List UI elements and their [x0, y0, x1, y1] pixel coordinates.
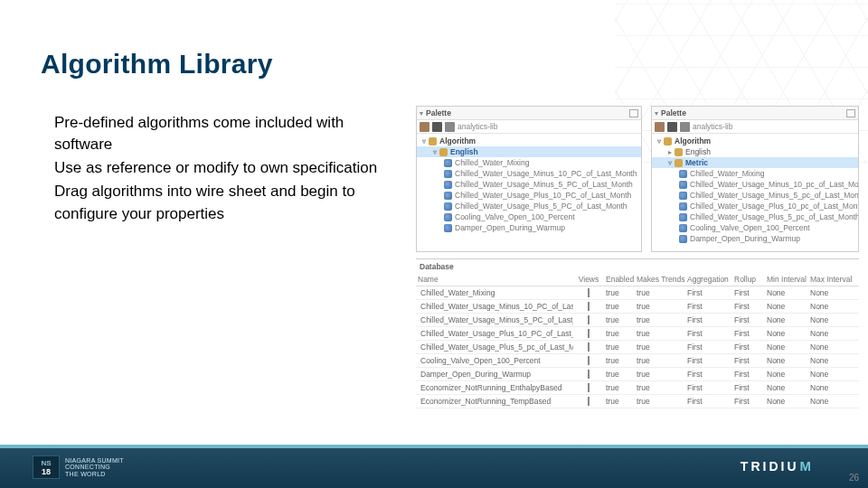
- col-makes-trends[interactable]: Makes Trends: [635, 275, 685, 284]
- tree-item[interactable]: Chilled_Water_Usage_Plus_10_PC_of_Last_M…: [417, 190, 641, 201]
- col-aggregation[interactable]: Aggregation: [685, 275, 732, 284]
- col-enabled[interactable]: Enabled: [604, 275, 635, 284]
- views-icon[interactable]: [588, 302, 590, 311]
- bullet-3: Drag algorithms into wire sheet and begi…: [54, 181, 389, 224]
- tree-item[interactable]: Chilled_Water_Mixing: [417, 157, 641, 168]
- palette-tree: ▿Algorithm ▸English ▿Metric Chilled_Wate…: [652, 134, 858, 246]
- table-row[interactable]: Chilled_Water_Usage_Minus_5_PC_of_Last_M…: [416, 314, 859, 327]
- col-rollup[interactable]: Rollup: [732, 275, 765, 284]
- tree-item[interactable]: Cooling_Valve_Open_100_Percent: [417, 211, 641, 222]
- col-max-interval[interactable]: Max Interval: [808, 275, 854, 284]
- close-icon[interactable]: [667, 122, 677, 132]
- views-icon[interactable]: [588, 329, 590, 338]
- views-icon[interactable]: [588, 343, 590, 352]
- folder-icon[interactable]: [655, 122, 665, 132]
- tree-item[interactable]: Chilled_Water_Usage_Minus_10_pc_of_Last_…: [652, 179, 858, 190]
- tree-group-english[interactable]: ▿English: [417, 146, 641, 157]
- col-views[interactable]: Views: [573, 275, 604, 284]
- tree-item[interactable]: Chilled_Water_Usage_Plus_5_pc_of_Last_Mo…: [652, 211, 858, 222]
- module-icon: [680, 122, 690, 132]
- table-row[interactable]: Chilled_Water_MixingtruetrueFirstFirstNo…: [416, 286, 859, 300]
- panel-badge-icon[interactable]: [846, 109, 855, 117]
- bullet-2: Use as reference or modify to own specif…: [54, 157, 389, 179]
- tree-item[interactable]: Chilled_Water_Usage_Minus_10_PC_of_Last_…: [417, 168, 641, 179]
- bullet-1: Pre-defined algorithms come included wit…: [54, 112, 389, 155]
- table-row[interactable]: Damper_Open_During_WarmuptruetrueFirstFi…: [416, 368, 859, 381]
- tree-group-metric[interactable]: ▿Metric: [652, 157, 858, 168]
- table-row[interactable]: Chilled_Water_Usage_Plus_5_pc_of_Last_Mo…: [416, 341, 859, 354]
- palette-header[interactable]: ▾ Palette: [652, 107, 858, 120]
- tree-item[interactable]: Cooling_Valve_Open_100_Percent: [652, 222, 858, 233]
- palette-title: Palette: [661, 108, 686, 117]
- table-row[interactable]: Cooling_Valve_Open_100_PercenttruetrueFi…: [416, 354, 859, 368]
- views-icon[interactable]: [588, 397, 590, 406]
- palette-panel-left: ▾ Palette analytics-lib ▿Algorithm ▿Engl…: [416, 106, 642, 252]
- library-name: analytics-lib: [693, 122, 732, 131]
- tridium-logo: TRIDIUM: [741, 458, 814, 474]
- palette-panel-right: ▾ Palette analytics-lib ▿Algorithm ▸Engl…: [651, 106, 859, 252]
- folder-icon[interactable]: [420, 122, 429, 132]
- library-name: analytics-lib: [458, 122, 497, 131]
- tree-item[interactable]: Chilled_Water_Usage_Minus_5_PC_of_Last_M…: [417, 179, 641, 190]
- tree-item[interactable]: Chilled_Water_Usage_Minus_5_pc_of_Last_M…: [652, 190, 858, 201]
- tree-root[interactable]: ▿Algorithm: [417, 136, 641, 146]
- tree-item[interactable]: Chilled_Water_Usage_Plus_5_PC_of_Last_Mo…: [417, 201, 641, 211]
- tree-item[interactable]: Damper_Open_During_Warmup: [652, 233, 858, 244]
- caret-down-icon: ▾: [420, 109, 423, 117]
- tree-item[interactable]: Damper_Open_During_Warmup: [417, 222, 641, 233]
- col-name[interactable]: Name: [416, 275, 573, 284]
- tree-item[interactable]: Chilled_Water_Mixing: [652, 168, 858, 179]
- panel-badge-icon[interactable]: [629, 109, 638, 117]
- col-min-interval[interactable]: Min Interval: [765, 275, 808, 284]
- table-row[interactable]: Chilled_Water_Usage_Minus_10_PC_of_Last_…: [416, 300, 859, 314]
- database-title: Database: [416, 259, 859, 273]
- caret-down-icon: ▾: [655, 109, 658, 117]
- page-number: 26: [849, 473, 859, 483]
- database-panel: Database Name Views Enabled Makes Trends…: [416, 258, 859, 408]
- views-icon[interactable]: [588, 315, 590, 324]
- palette-header[interactable]: ▾ Palette: [417, 107, 641, 120]
- footer-bar: NS18 NIAGARA SUMMIT CONNECTING THE WORLD…: [0, 445, 868, 488]
- views-icon[interactable]: [588, 383, 590, 392]
- table-row[interactable]: Economizer_NotRunning_TempBasedtruetrueF…: [416, 395, 859, 408]
- slide-body: Pre-defined algorithms come included wit…: [54, 112, 389, 227]
- views-icon[interactable]: [588, 370, 590, 379]
- tree-root[interactable]: ▿Algorithm: [652, 136, 858, 146]
- ns18-badge: NS18 NIAGARA SUMMIT CONNECTING THE WORLD: [33, 455, 124, 479]
- table-row[interactable]: Economizer_NotRunning_EnthalpyBasedtruet…: [416, 381, 859, 395]
- footer-accent-stripe: [0, 445, 868, 448]
- palette-tree: ▿Algorithm ▿English Chilled_Water_Mixing…: [417, 134, 641, 235]
- views-icon[interactable]: [588, 356, 590, 365]
- close-icon[interactable]: [432, 122, 442, 132]
- palette-toolbar: analytics-lib: [417, 120, 641, 134]
- module-icon: [445, 122, 455, 132]
- slide-title: Algorithm Library: [41, 49, 273, 80]
- table-header: Name Views Enabled Makes Trends Aggregat…: [416, 273, 859, 286]
- table-row[interactable]: Chilled_Water_Usage_Plus_10_PC_of_Last_M…: [416, 327, 859, 341]
- tree-group-english[interactable]: ▸English: [652, 146, 858, 157]
- palette-title: Palette: [426, 108, 451, 117]
- views-icon[interactable]: [588, 288, 590, 297]
- palette-toolbar: analytics-lib: [652, 120, 858, 134]
- tree-item[interactable]: Chilled_Water_Usage_Plus_10_pc_of_Last_M…: [652, 201, 858, 211]
